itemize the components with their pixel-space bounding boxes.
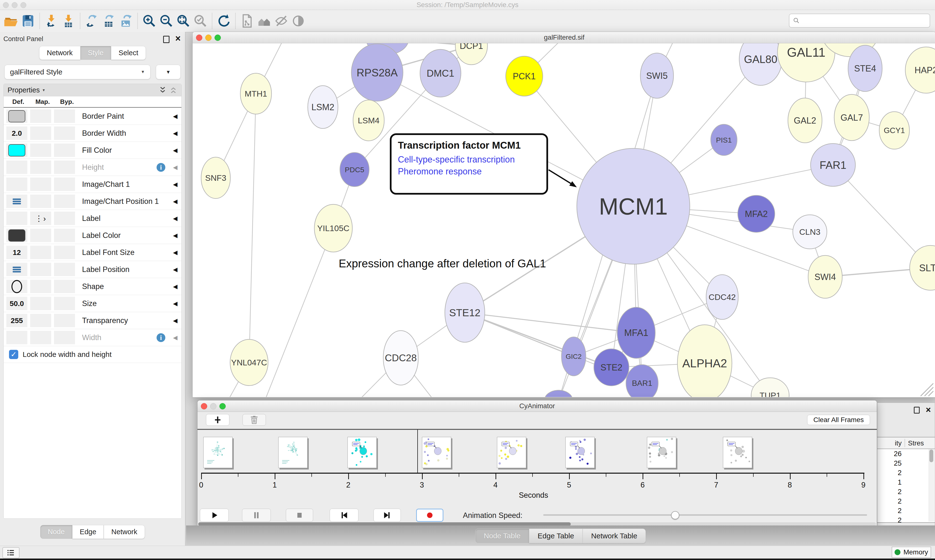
mapping-cell[interactable]: [30, 194, 51, 208]
property-row-transparency[interactable]: 255Transparency◀: [4, 312, 181, 329]
mapping-cell[interactable]: [30, 297, 51, 311]
refresh-layout-button[interactable]: [215, 12, 232, 30]
clear-all-frames-button[interactable]: Clear All Frames: [807, 415, 870, 425]
table-cell-value[interactable]: 2: [877, 497, 902, 506]
default-cell[interactable]: [6, 211, 28, 225]
default-cell[interactable]: [6, 194, 28, 208]
timeline-frame-4[interactable]: [497, 437, 526, 468]
mapping-cell[interactable]: [30, 280, 51, 293]
property-row-label-color[interactable]: Label Color◀: [4, 227, 181, 244]
mapping-cell[interactable]: [30, 160, 51, 174]
mapping-cell[interactable]: [30, 245, 51, 259]
network-window-titlebar[interactable]: galFiltered.sif: [193, 32, 935, 43]
bypass-cell[interactable]: [54, 245, 75, 259]
default-cell[interactable]: 255: [6, 314, 28, 328]
mapping-cell[interactable]: [30, 177, 51, 191]
export-image-button[interactable]: [117, 12, 134, 30]
bypass-cell[interactable]: [54, 143, 75, 157]
network-file-button[interactable]: [239, 12, 256, 30]
search-input[interactable]: [802, 17, 926, 25]
lock-checkbox[interactable]: ✓: [9, 350, 18, 359]
default-value[interactable]: 12: [13, 248, 21, 257]
timeline-frame-0[interactable]: [203, 437, 233, 468]
float-window-icon[interactable]: [914, 407, 920, 414]
export-table-button[interactable]: [100, 12, 117, 30]
import-table-button[interactable]: [60, 12, 77, 30]
table-cell-value[interactable]: 2: [877, 515, 902, 525]
position-icon[interactable]: [13, 267, 21, 272]
property-row-height[interactable]: Heighti◀: [4, 159, 181, 176]
close-icon[interactable]: ×: [175, 34, 181, 43]
mapping-cell[interactable]: [30, 109, 51, 123]
animation-speed-slider[interactable]: [543, 514, 867, 516]
table-cell-value[interactable]: 25: [877, 458, 902, 468]
table-cell-value[interactable]: 2: [877, 487, 902, 497]
save-session-button[interactable]: [20, 12, 37, 30]
annotation-link-1[interactable]: Cell-type-specific transcription: [398, 154, 540, 166]
color-swatch[interactable]: [8, 229, 25, 242]
network-node[interactable]: [545, 390, 573, 397]
style-target-tab-edge[interactable]: Edge: [73, 525, 104, 539]
play-button[interactable]: [200, 509, 228, 522]
property-row-border-width[interactable]: 2.0Border Width◀: [4, 125, 181, 142]
style-target-tab-node[interactable]: Node: [40, 525, 72, 539]
timeline-frame-5[interactable]: [565, 437, 595, 468]
expand-row-icon[interactable]: ◀: [173, 232, 177, 239]
close-icon[interactable]: ×: [926, 405, 931, 415]
table-tab-edge-table[interactable]: Edge Table: [529, 529, 583, 543]
bypass-cell[interactable]: [54, 160, 75, 174]
previous-frame-button[interactable]: [330, 509, 358, 522]
mapping-cell[interactable]: [30, 263, 51, 276]
delete-frame-button[interactable]: [242, 414, 266, 426]
network-canvas[interactable]: DCP1RPS28ADMC1PCK1MTH1LSM2LSM4SWI5GAL80G…: [193, 43, 935, 397]
info-icon[interactable]: i: [157, 163, 165, 172]
expand-row-icon[interactable]: ◀: [173, 198, 177, 205]
first-neighbors-button[interactable]: [256, 12, 273, 30]
timeline-playhead[interactable]: [417, 429, 418, 473]
property-row-image-chart-position-1[interactable]: Image/Chart Position 1◀: [4, 193, 181, 210]
ellipse-shape-icon[interactable]: [11, 280, 22, 293]
default-value[interactable]: 255: [11, 317, 23, 325]
position-icon[interactable]: [13, 198, 21, 205]
next-frame-button[interactable]: [373, 509, 401, 522]
table-column-stress[interactable]: Stres: [908, 439, 924, 447]
default-cell[interactable]: [6, 160, 28, 174]
table-cell-value[interactable]: 2: [877, 506, 902, 515]
annotation-box[interactable]: Transcription factor MCM1 Cell-type-spec…: [390, 133, 548, 195]
expand-row-icon[interactable]: ◀: [173, 300, 177, 307]
expand-row-icon[interactable]: ◀: [173, 113, 177, 120]
table-tab-node-table[interactable]: Node Table: [475, 529, 529, 543]
expand-row-icon[interactable]: ◀: [173, 147, 177, 154]
expand-row-icon[interactable]: ◀: [173, 249, 177, 256]
mapping-cell[interactable]: [30, 228, 51, 242]
default-cell[interactable]: 12: [6, 245, 28, 259]
hide-selected-button[interactable]: [273, 12, 290, 30]
expand-row-icon[interactable]: ◀: [173, 181, 177, 188]
bypass-cell[interactable]: [54, 297, 75, 311]
zoom-selected-button[interactable]: [192, 12, 209, 30]
add-frame-button[interactable]: [206, 414, 229, 426]
zoom-fit-button[interactable]: [175, 12, 192, 30]
tab-select[interactable]: Select: [111, 46, 146, 60]
timeline-frame-2[interactable]: [347, 437, 376, 468]
float-window-icon[interactable]: [163, 36, 170, 43]
open-session-button[interactable]: [2, 12, 20, 30]
expand-row-icon[interactable]: ◀: [173, 334, 177, 341]
zoom-out-button[interactable]: [158, 12, 175, 30]
style-target-tab-network[interactable]: Network: [104, 525, 145, 539]
mapping-icon[interactable]: ⋮›: [35, 214, 46, 223]
property-row-shape[interactable]: Shape◀: [4, 278, 181, 295]
timeline-frame-6[interactable]: [647, 437, 676, 468]
show-all-button[interactable]: [290, 12, 307, 30]
mapping-cell[interactable]: [30, 331, 51, 345]
property-row-width[interactable]: Widthi◀: [4, 329, 181, 346]
info-icon[interactable]: i: [157, 333, 165, 342]
expand-row-icon[interactable]: ◀: [173, 164, 177, 171]
bypass-cell[interactable]: [54, 126, 75, 140]
default-cell[interactable]: [6, 331, 28, 345]
default-cell[interactable]: [6, 143, 28, 157]
default-cell[interactable]: 2.0: [6, 126, 28, 140]
default-cell[interactable]: [6, 228, 28, 242]
color-swatch[interactable]: [8, 110, 25, 122]
default-value[interactable]: 50.0: [10, 300, 24, 308]
